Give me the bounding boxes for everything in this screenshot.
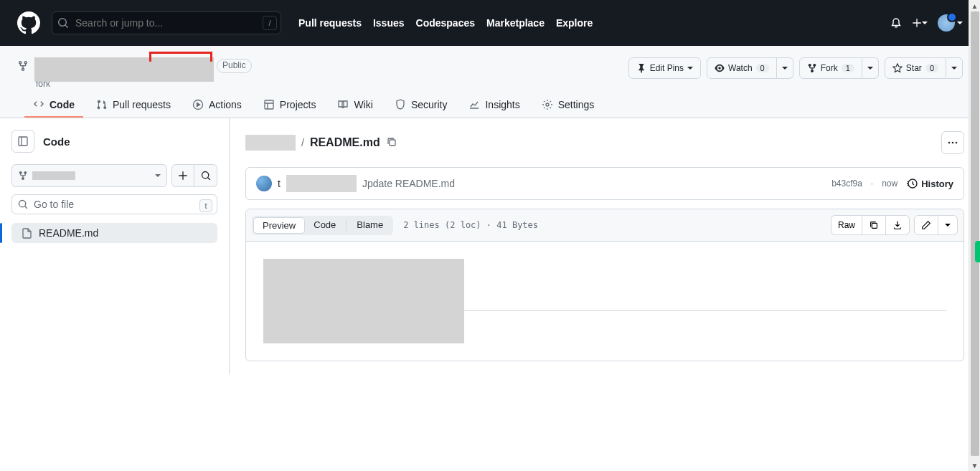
view-tab-blame[interactable]: Blame <box>348 217 392 234</box>
fork-icon <box>17 60 29 74</box>
visibility-badge: Public <box>217 59 252 73</box>
copy-path-icon[interactable] <box>386 136 397 150</box>
github-logo-icon[interactable] <box>17 11 40 34</box>
file-tree-item-readme[interactable]: README.md <box>11 223 217 243</box>
svg-point-2 <box>546 103 549 106</box>
commit-author-avatar[interactable] <box>256 176 272 191</box>
create-new-dropdown[interactable] <box>912 18 928 28</box>
raw-button[interactable]: Raw <box>831 215 862 235</box>
goto-file-kbd: t <box>199 199 212 212</box>
tab-code[interactable]: Code <box>24 93 83 118</box>
svg-rect-3 <box>19 137 27 146</box>
fork-dropdown[interactable] <box>862 57 879 79</box>
nav-issues[interactable]: Issues <box>373 17 405 29</box>
star-button[interactable]: Star0 <box>885 57 946 79</box>
view-tab-code[interactable]: Code <box>305 217 344 234</box>
breadcrumb-file: README.md <box>310 136 380 149</box>
tab-projects[interactable]: Projects <box>255 93 325 118</box>
svg-point-5 <box>948 142 951 144</box>
repo-nav: Code Pull requests Actions Projects Wiki… <box>17 93 963 118</box>
file-toolbar: Preview Code Blame 2 lines (2 loc) · 41 … <box>246 209 963 242</box>
edit-button[interactable] <box>914 215 938 235</box>
svg-rect-4 <box>390 140 395 146</box>
copy-button[interactable] <box>862 215 886 235</box>
edit-dropdown[interactable] <box>938 215 958 235</box>
search-icon <box>57 17 69 29</box>
commit-message[interactable]: Jpdate README.md <box>362 178 455 189</box>
file-preview-body <box>246 242 963 361</box>
tab-wiki[interactable]: Wiki <box>329 93 381 118</box>
search-input[interactable] <box>52 11 281 34</box>
watch-dropdown[interactable] <box>777 57 793 79</box>
sidebar-toggle-icon[interactable] <box>11 130 34 153</box>
breadcrumb-separator: / <box>301 137 304 148</box>
tab-actions[interactable]: Actions <box>184 93 250 118</box>
download-button[interactable] <box>886 215 910 235</box>
commit-author-prefix: t <box>278 178 281 189</box>
tab-settings[interactable]: Settings <box>533 93 603 118</box>
tab-insights[interactable]: Insights <box>460 93 528 118</box>
sidebar-title: Code <box>43 135 70 148</box>
svg-rect-1 <box>265 100 273 109</box>
file-tree-sidebar: Code Go to file t README.md <box>0 118 230 374</box>
latest-commit-box: t Jpdate README.md b43cf9a · now History <box>245 167 964 200</box>
tab-pull-requests[interactable]: Pull requests <box>88 93 179 118</box>
view-tab-preview[interactable]: Preview <box>253 217 305 234</box>
nav-explore[interactable]: Explore <box>556 17 593 29</box>
svg-point-6 <box>952 142 954 144</box>
svg-point-7 <box>956 142 958 144</box>
tab-security[interactable]: Security <box>386 93 456 118</box>
feedback-tab[interactable] <box>975 241 980 262</box>
search-files-button[interactable] <box>194 164 217 187</box>
file-icon <box>22 227 33 239</box>
search-slash-hint: / <box>263 16 277 30</box>
fork-button[interactable]: Fork1 <box>799 57 862 79</box>
nav-codespaces[interactable]: Codespaces <box>416 17 475 29</box>
add-file-button[interactable] <box>171 164 194 187</box>
branch-selector[interactable] <box>11 164 167 187</box>
goto-file-input[interactable]: Go to file t <box>11 194 217 214</box>
nav-marketplace[interactable]: Marketplace <box>486 17 545 29</box>
commit-author-redacted <box>286 175 357 192</box>
repo-header: Public fork Edit Pins Watch0 Fork1 Star0… <box>0 46 980 118</box>
notifications-icon[interactable] <box>890 17 902 29</box>
edit-pins-button[interactable]: Edit Pins <box>628 57 701 79</box>
more-options-button[interactable] <box>941 131 964 154</box>
global-header: / Pull requests Issues Codespaces Market… <box>0 0 980 46</box>
breadcrumb-repo-redacted[interactable] <box>245 135 296 151</box>
file-stats: 2 lines (2 loc) · 41 Bytes <box>403 220 538 230</box>
file-content-area: / README.md t Jpdate README.md b43cf9a ·… <box>230 118 980 374</box>
commit-sha[interactable]: b43cf9a <box>831 179 862 189</box>
scrollbar[interactable]: ▲ ▼ <box>969 0 980 374</box>
repo-name-redacted <box>34 57 214 82</box>
readme-content-redacted <box>263 259 464 343</box>
history-button[interactable]: History <box>906 178 953 189</box>
nav-pull-requests[interactable]: Pull requests <box>298 17 362 29</box>
watch-button[interactable]: Watch0 <box>707 57 777 79</box>
svg-rect-9 <box>872 223 877 228</box>
star-dropdown[interactable] <box>946 57 963 79</box>
commit-time: now <box>882 179 897 189</box>
user-avatar[interactable] <box>938 14 963 32</box>
